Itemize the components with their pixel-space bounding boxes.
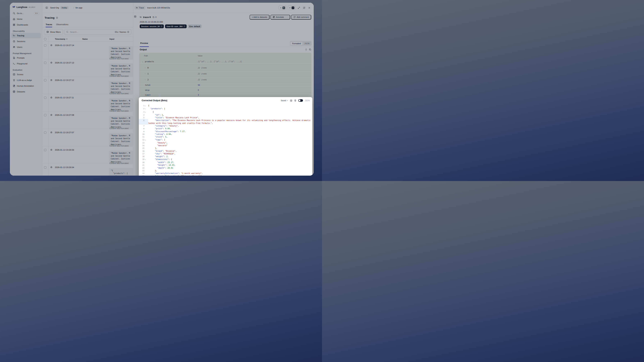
format-json[interactable]: JSON [302,42,311,45]
table-row[interactable]: 2026-01-13 19:27:11 "Madam Speaker, M an… [42,94,133,112]
table-row[interactable]: 2026-01-13 19:27:13 "Madam Speaker, M an… [42,59,133,76]
row-checkbox[interactable] [44,79,46,82]
line-gutter[interactable]: 1▾ [139,104,148,107]
trace-badge[interactable]: User ID: user_384↗ [165,24,186,28]
bookmark-star-icon[interactable] [50,62,52,64]
output-row-products[interactable]: ⌄products[{"id": ...}, {"id": ...}, {"id… [140,58,311,64]
next-trace-button[interactable]: J [288,6,296,10]
line-gutter[interactable]: 7 [139,124,148,127]
line-gutter[interactable]: 18 [139,155,148,158]
fit-height-icon[interactable] [305,48,307,51]
expand-chevron-icon[interactable]: › [144,73,146,74]
column-input[interactable]: Input [110,38,114,40]
line-gutter[interactable]: 12▾ [139,138,148,142]
fold-chevron-icon[interactable]: ▾ [145,158,148,161]
sidebar-item-llm-as-a-judge[interactable]: LLM-as-a-Judge [11,78,41,83]
output-row-1[interactable]: ›122 items [140,71,311,76]
row-checkbox[interactable] [44,149,46,151]
open-external-icon[interactable] [302,6,306,10]
prev-trace-button[interactable]: K [278,6,286,10]
goto-search[interactable]: Go to... ⌘ K [11,10,41,16]
line-gutter[interactable]: 4 [139,114,148,116]
line-gutter[interactable]: 20 [139,161,148,164]
sidebar-item-datasets[interactable]: Datasets [11,89,41,94]
sidebar-toggle-icon[interactable] [45,6,49,10]
line-gutter[interactable]: 21 [139,164,148,166]
table-row[interactable]: 2026-01-13 19:26:59 "Madam Speaker, M an… [42,146,133,164]
table-row[interactable]: 2026-01-13 19:26:54 "{ "products": [ { [42,164,133,176]
tab-traces[interactable]: Traces [46,23,52,27]
line-gutter[interactable]: 14 [139,144,148,147]
table-row[interactable]: 2026-01-13 19:27:08 "Madam Speaker, M an… [42,112,133,129]
row-checkbox[interactable] [44,96,46,99]
sidebar-item-home[interactable]: Home [11,16,41,22]
line-gutter[interactable]: 6 [139,119,148,124]
copy-output-icon[interactable] [309,48,311,51]
tab-preview[interactable]: Preview [140,42,148,44]
bookmark-star-icon[interactable] [50,114,52,116]
line-gutter[interactable]: 16 [139,150,148,152]
line-gutter[interactable]: 11 [139,136,148,138]
fold-chevron-icon[interactable]: ▾ [145,107,148,110]
line-gutter[interactable]: 19▾ [139,158,148,161]
bookmark-star-icon[interactable] [50,131,52,134]
close-icon[interactable] [307,6,311,10]
expand-chevron-icon[interactable]: › [144,67,146,69]
line-gutter[interactable]: 24 [139,172,148,175]
sidebar-item-users[interactable]: Users [11,44,41,50]
table-row[interactable]: 2026-01-13 19:27:14 "Madam Speaker, M an… [42,42,133,59]
row-checkbox[interactable] [44,44,46,46]
fold-chevron-icon[interactable]: ▾ [145,110,148,114]
bookmark-star-icon[interactable] [50,166,52,168]
sidebar-item-dashboards[interactable]: Dashboards [11,22,41,28]
copy-id-button[interactable]: ID [152,16,158,18]
org-chevron-down-icon[interactable] [70,6,72,10]
panel-collapse-icon[interactable] [134,15,136,18]
add-to-datasets-button[interactable]: + Add to datasets [250,15,270,20]
sidebar-item-tracing[interactable]: Tracing [11,33,41,38]
output-row-0[interactable]: ›022 items [140,64,311,71]
collapse-chevron-icon[interactable]: ⌄ [142,60,144,62]
sidebar-item-scores[interactable]: Scores [11,72,41,77]
row-checkbox[interactable] [44,166,46,168]
bookmark-star-icon[interactable] [50,44,52,46]
format-formatted[interactable]: Formatted [290,42,302,45]
search-input[interactable]: Search... IDs / Names [64,29,131,35]
row-checkbox[interactable] [44,132,46,134]
fold-chevron-icon[interactable]: ▾ [145,138,148,142]
bookmark-star-icon[interactable] [50,96,52,99]
project-chevron-down-icon[interactable] [84,6,86,10]
output-row-2[interactable]: ›222 items [140,76,311,82]
breadcrumb-project[interactable]: llm-app [76,7,82,9]
annotate-button[interactable]: Annotate [270,15,290,20]
line-gutter[interactable]: 9 [139,130,148,133]
row-checkbox[interactable] [44,114,46,116]
line-gutter[interactable]: 8 [139,127,148,130]
line-gutter[interactable]: 22 [139,166,148,169]
line-gutter[interactable]: 5 [139,116,148,119]
line-gutter[interactable]: 10 [139,133,148,136]
fold-chevron-icon[interactable]: ▾ [145,104,148,107]
add-comment-button[interactable]: Add comment [291,15,311,20]
expand-icon[interactable] [297,6,301,10]
breadcrumb-org[interactable]: Seed Org [50,7,59,9]
search-scope-label[interactable]: IDs / Names [115,31,126,33]
table-row[interactable]: 2026-01-13 19:27:07 "Madam Speaker, M an… [42,129,133,146]
sidebar-item-playground[interactable]: Playground [11,61,41,66]
line-gutter[interactable]: 17 [139,152,148,155]
select-all-checkbox[interactable] [44,38,46,40]
trace-badge[interactable]: Session: session_84↗ [140,24,164,28]
sidebar-item-human-annotation[interactable]: Human Annotation [11,83,41,88]
tab-observations[interactable]: Observations [56,23,68,27]
line-gutter[interactable]: 23 [139,169,148,172]
bookmark-star-icon[interactable] [50,79,52,81]
save-icon[interactable] [290,100,292,102]
trash-icon[interactable] [294,100,296,102]
sidebar-item-sessions[interactable]: Sessions [11,39,41,44]
bookmark-star-icon[interactable] [50,149,52,151]
show-filters-button[interactable]: Show filters [44,29,63,35]
sidebar-item-prompts[interactable]: Prompts [11,55,41,60]
json-toggle[interactable] [298,99,303,102]
line-gutter[interactable]: 15 [139,147,148,150]
json-editor[interactable]: 1▾{2▾"products": [3▾{4"id": 1,5"title": … [139,104,311,176]
